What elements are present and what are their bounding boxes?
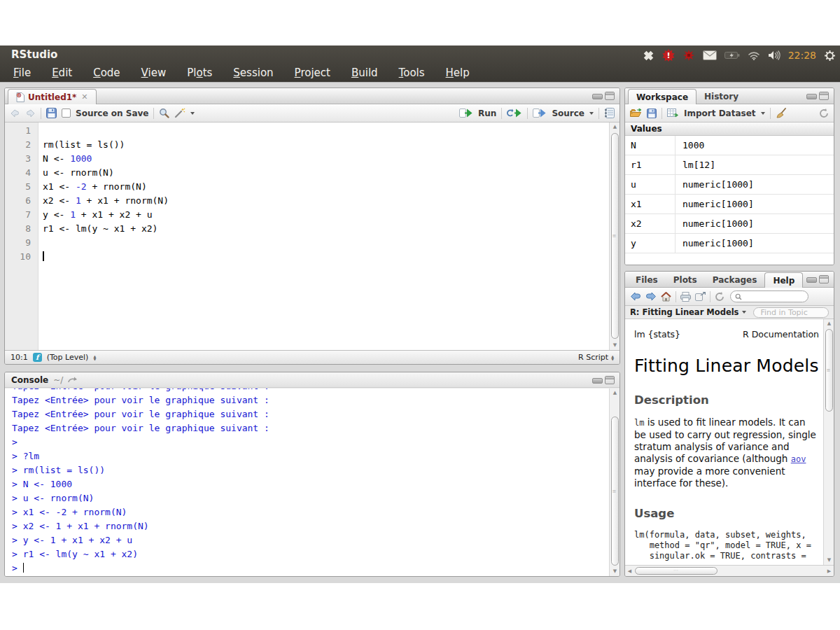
clear-workspace-broom-icon[interactable]	[776, 108, 787, 118]
values-section-header: Values	[625, 122, 834, 136]
rstudio-window: R Untitled1* ✕ Source on Save Run	[0, 82, 840, 583]
minimize-pane-icon[interactable]	[592, 376, 601, 384]
workspace-row[interactable]: ynumeric[1000]	[625, 234, 834, 253]
import-dataset-button[interactable]: Import Dataset	[684, 108, 756, 118]
workspace-pane: WorkspaceHistory Import Dataset Values N…	[624, 88, 834, 265]
console-line: Tapez <Entrée> pour voir le graphique su…	[12, 407, 609, 421]
console-line: > x1 <- -2 + rnorm(N)	[12, 505, 609, 519]
console-line: > r1 <- lm(y ~ x1 + x2)	[12, 547, 609, 561]
maximize-pane-icon[interactable]	[605, 376, 615, 384]
close-icon[interactable]: ✕	[81, 92, 88, 102]
session-gear-icon[interactable]	[824, 50, 836, 62]
tab-files[interactable]: Files	[628, 273, 666, 287]
console-line: > y <- 1 + x1 + x2 + u	[12, 533, 609, 547]
tab-help[interactable]: Help	[764, 272, 803, 288]
source-button[interactable]: Source	[552, 108, 584, 118]
code-tools-wand-icon[interactable]	[174, 108, 186, 118]
console-output[interactable]: Tapez <Entrée> pour voir le graphique su…	[5, 388, 609, 576]
variable-name: x1	[625, 195, 676, 214]
topic-selector[interactable]: R: Fitting Linear Models	[630, 307, 746, 317]
menu-project[interactable]: Project	[284, 64, 341, 81]
console-vscrollbar[interactable]: ▲ ≡ ▼	[609, 388, 620, 576]
print-icon[interactable]	[680, 292, 691, 302]
home-icon[interactable]	[661, 292, 671, 302]
source-file-icon[interactable]	[533, 108, 547, 118]
variable-value: lm[12]	[676, 155, 715, 174]
menu-build[interactable]: Build	[341, 64, 388, 81]
aov-link[interactable]: aov	[791, 454, 806, 464]
help-package-label: lm {stats}	[634, 329, 680, 340]
workspace-row[interactable]: N1000	[625, 136, 834, 155]
clock[interactable]: 22:28	[788, 50, 816, 61]
save-icon[interactable]	[46, 108, 57, 118]
editor-code[interactable]: rm(list = ls())N <- 1000u <- rnorm(N)x1 …	[38, 122, 609, 350]
menu-edit[interactable]: Edit	[41, 64, 83, 81]
help-forward-icon[interactable]	[645, 292, 657, 301]
tab-workspace[interactable]: Workspace	[628, 89, 696, 104]
wifi-icon[interactable]	[748, 51, 760, 60]
run-icon[interactable]	[459, 108, 473, 118]
import-dropdown-icon[interactable]	[761, 112, 765, 115]
save-workspace-icon[interactable]	[647, 108, 657, 118]
menu-session[interactable]: Session	[223, 64, 284, 81]
help-vscrollbar[interactable]: ▲ ≡ ▼	[823, 319, 834, 565]
source-tabstrip: R Untitled1* ✕	[5, 88, 620, 104]
help-search-input[interactable]	[730, 290, 808, 302]
rerun-icon[interactable]	[507, 108, 522, 118]
volume-icon[interactable]	[768, 50, 780, 60]
open-in-new-window-icon[interactable]	[695, 292, 706, 301]
forward-icon[interactable]	[25, 109, 36, 118]
maximize-pane-icon[interactable]	[819, 92, 829, 100]
source-dropdown-icon[interactable]	[589, 112, 594, 115]
console-line: > rm(list = ls())	[12, 463, 609, 477]
code-editor[interactable]: 12345678910 rm(list = ls())N <- 1000u <-…	[5, 122, 609, 350]
function-scope-icon: f	[33, 353, 42, 362]
goto-directory-icon[interactable]	[68, 377, 78, 384]
workspace-row[interactable]: x2numeric[1000]	[625, 214, 834, 234]
find-in-topic-input[interactable]: Find in Topic	[753, 307, 829, 318]
wand-dropdown-icon[interactable]	[190, 112, 195, 115]
minimize-pane-icon[interactable]	[806, 92, 816, 100]
workspace-row[interactable]: r1lm[12]	[625, 155, 834, 175]
maximize-pane-icon[interactable]	[605, 92, 615, 100]
back-icon[interactable]	[10, 109, 20, 118]
text-cursor	[43, 251, 44, 261]
burst-icon[interactable]	[682, 49, 695, 62]
tab-packages[interactable]: Packages	[705, 273, 765, 287]
compile-notebook-icon[interactable]	[604, 108, 615, 118]
menu-help[interactable]: Help	[435, 64, 480, 81]
source-on-save-checkbox[interactable]	[62, 108, 71, 118]
help-refresh-icon[interactable]	[715, 292, 724, 302]
menu-file[interactable]: File	[3, 64, 41, 81]
menu-code[interactable]: Code	[83, 64, 130, 81]
maximize-pane-icon[interactable]	[819, 275, 829, 284]
menu-tools[interactable]: Tools	[388, 64, 435, 81]
scope-label[interactable]: (Top Level)	[47, 353, 89, 362]
console-line: > ?lm	[12, 449, 609, 463]
tab-plots[interactable]: Plots	[666, 273, 705, 287]
help-back-icon[interactable]	[630, 292, 641, 301]
refresh-icon[interactable]	[819, 108, 829, 118]
menu-view[interactable]: View	[131, 64, 177, 81]
alert-icon[interactable]: !	[662, 49, 675, 62]
editor-vscrollbar[interactable]: ▲ ≡ ▼	[609, 122, 620, 350]
run-button[interactable]: Run	[478, 108, 496, 118]
file-type-label[interactable]: R Script	[578, 353, 608, 362]
indicator-icon[interactable]	[643, 50, 654, 62]
line-number: 9	[5, 236, 31, 250]
line-number: 10	[5, 250, 31, 264]
tab-untitled1[interactable]: R Untitled1* ✕	[8, 89, 97, 104]
load-workspace-icon[interactable]	[630, 108, 642, 118]
mail-icon[interactable]	[703, 50, 717, 60]
minimize-pane-icon[interactable]	[592, 92, 601, 100]
help-hscrollbar[interactable]: ◀ ⋯ ▶	[625, 565, 834, 576]
menu-plots[interactable]: Plots	[176, 64, 223, 81]
tab-history[interactable]: History	[696, 90, 746, 104]
minimize-pane-icon[interactable]	[806, 275, 816, 284]
source-toolbar: Source on Save Run Source	[5, 104, 620, 122]
find-icon[interactable]	[159, 108, 169, 118]
workspace-row[interactable]: unumeric[1000]	[625, 175, 834, 195]
import-dataset-icon[interactable]	[667, 108, 679, 118]
workspace-row[interactable]: x1numeric[1000]	[625, 195, 834, 214]
battery-icon[interactable]	[724, 51, 740, 59]
